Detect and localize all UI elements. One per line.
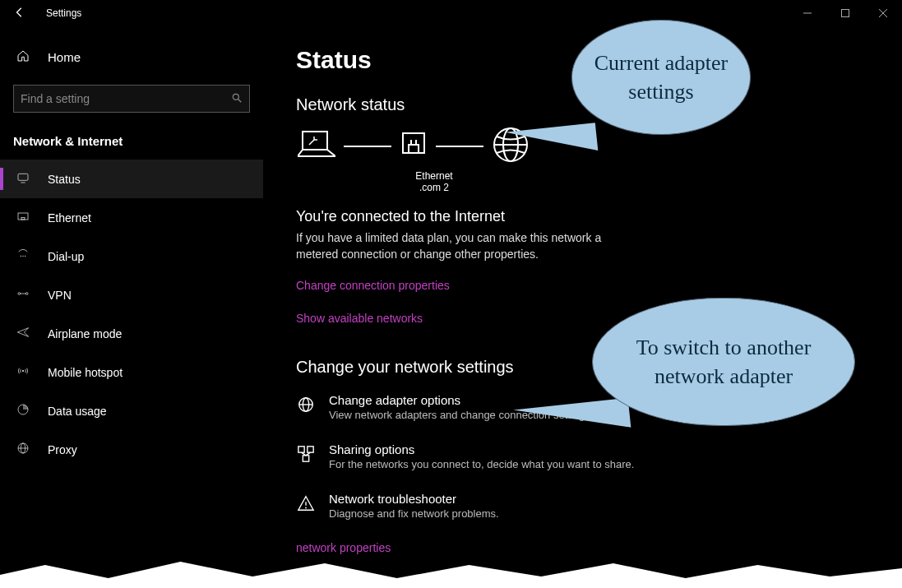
sidebar-item-hotspot[interactable]: Mobile hotspot — [0, 353, 263, 391]
close-button[interactable] — [864, 0, 902, 26]
svg-rect-6 — [18, 174, 28, 180]
svg-point-14 — [25, 293, 28, 295]
sidebar-item-label: Data usage — [48, 405, 107, 418]
hotspot-icon — [16, 364, 36, 380]
svg-rect-1 — [842, 10, 849, 17]
svg-rect-8 — [18, 213, 28, 220]
home-label: Home — [48, 50, 81, 64]
status-icon — [16, 171, 36, 187]
adapter-icon — [400, 128, 428, 164]
search-placeholder: Find a setting — [21, 92, 231, 105]
title-bar: Settings — [0, 0, 902, 26]
section-title: Network & Internet — [0, 127, 263, 160]
svg-rect-21 — [303, 132, 327, 150]
svg-point-12 — [25, 256, 25, 257]
search-input[interactable]: Find a setting — [13, 85, 250, 113]
sidebar-item-label: Airplane mode — [48, 327, 122, 340]
main-panel: Status Network status Ethernet .com 2 Yo… — [263, 26, 902, 588]
svg-rect-37 — [303, 456, 308, 461]
svg-point-10 — [21, 256, 21, 257]
svg-point-16 — [22, 370, 24, 372]
svg-point-13 — [18, 293, 21, 295]
view-network-properties-link[interactable]: network properties — [296, 541, 869, 554]
callout-switch-adapter: To switch to another network adapter — [592, 298, 855, 426]
change-connection-properties-link[interactable]: Change connection properties — [296, 279, 869, 292]
ethernet-icon — [16, 210, 36, 225]
adapter-sub: .com 2 — [385, 182, 483, 193]
svg-rect-9 — [21, 217, 25, 220]
option-title: Network troubleshooter — [329, 492, 499, 506]
svg-rect-36 — [308, 447, 313, 452]
vpn-icon — [16, 287, 36, 303]
laptop-icon — [298, 128, 335, 164]
home-button[interactable]: Home — [0, 39, 263, 75]
connected-description: If you have a limited data plan, you can… — [296, 230, 633, 262]
sidebar-item-dialup[interactable]: Dial-up — [0, 237, 263, 275]
connected-heading: You're connected to the Internet — [296, 208, 869, 225]
dialup-icon — [16, 248, 36, 264]
svg-line-24 — [327, 150, 335, 156]
search-icon — [231, 92, 243, 106]
option-desc: Diagnose and fix network problems. — [329, 507, 499, 520]
sharing-icon — [296, 444, 316, 464]
sidebar-item-proxy[interactable]: Proxy — [0, 430, 263, 469]
sharing-options[interactable]: Sharing options For the networks you con… — [296, 442, 869, 470]
home-icon — [16, 49, 36, 65]
option-desc: For the networks you connect to, decide … — [329, 458, 634, 470]
svg-point-11 — [22, 256, 23, 257]
network-troubleshooter[interactable]: Network troubleshooter Diagnose and fix … — [296, 492, 869, 520]
sidebar-item-label: Mobile hotspot — [48, 366, 123, 379]
window-buttons — [789, 0, 902, 26]
minimize-button[interactable] — [789, 0, 826, 26]
proxy-icon — [16, 442, 36, 457]
sidebar-item-label: Dial-up — [48, 250, 84, 263]
airplane-icon — [16, 326, 36, 341]
globe-icon — [296, 395, 316, 414]
svg-line-5 — [238, 99, 242, 102]
window-title: Settings — [46, 7, 81, 19]
sidebar-item-label: Ethernet — [48, 211, 91, 225]
sidebar-item-vpn[interactable]: VPN — [0, 275, 263, 314]
svg-rect-26 — [409, 145, 419, 153]
sidebar-item-ethernet[interactable]: Ethernet — [0, 198, 263, 237]
sidebar-item-status[interactable]: Status — [0, 160, 263, 198]
adapter-label: Ethernet .com 2 — [385, 170, 483, 193]
back-button[interactable] — [7, 7, 33, 21]
svg-point-4 — [233, 94, 238, 100]
sidebar-item-label: Proxy — [48, 443, 77, 456]
sidebar-item-label: VPN — [48, 289, 72, 302]
svg-rect-25 — [403, 133, 424, 153]
sidebar-item-airplane[interactable]: Airplane mode — [0, 314, 263, 353]
svg-point-41 — [305, 507, 307, 509]
maximize-button[interactable] — [826, 0, 864, 26]
svg-line-23 — [298, 150, 303, 156]
sidebar: Home Find a setting Network & Internet S… — [0, 26, 263, 588]
datausage-icon — [16, 403, 36, 419]
sidebar-item-datausage[interactable]: Data usage — [0, 391, 263, 430]
warning-icon — [296, 493, 316, 513]
callout-current-adapter: Current adapter settings — [571, 20, 751, 135]
svg-rect-35 — [298, 447, 304, 452]
sidebar-item-label: Status — [48, 173, 81, 186]
diagram-line — [344, 146, 391, 147]
adapter-name: Ethernet — [385, 170, 483, 182]
option-title: Sharing options — [329, 442, 634, 456]
